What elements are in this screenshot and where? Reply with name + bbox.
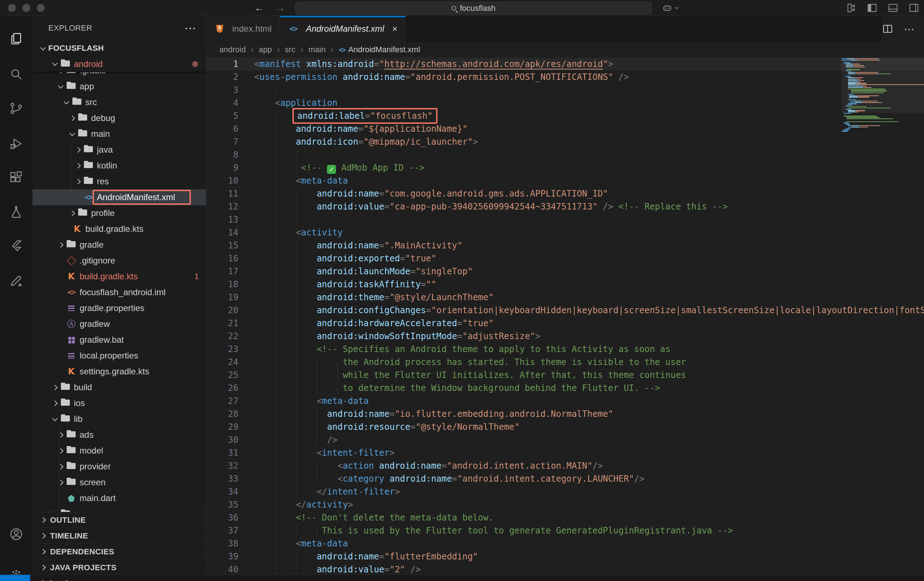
activity-item-extensions[interactable] xyxy=(0,163,32,192)
chevron-down-icon[interactable] xyxy=(50,418,60,420)
breadcrumb-item[interactable]: app xyxy=(259,45,272,54)
code-line[interactable]: 36 <!-- Don't delete the meta-data below… xyxy=(206,511,924,524)
tab-index.html[interactable]: index.html xyxy=(206,16,280,42)
chevron-down-icon[interactable] xyxy=(61,101,72,104)
tree-item-ios[interactable]: ios xyxy=(32,395,206,411)
activity-item-explorer[interactable] xyxy=(0,25,32,53)
tab-AndroidManifest.xml[interactable]: <>AndroidManifest.xml× xyxy=(280,16,406,42)
code-line[interactable]: 25 while the Flutter UI initializes. Aft… xyxy=(206,369,924,382)
back-arrow-icon[interactable]: ← xyxy=(254,0,264,16)
tree-item-settings.gradle.kts[interactable]: Ksettings.gradle.kts xyxy=(32,364,206,379)
tree-item-android[interactable]: android xyxy=(32,56,206,72)
tree-item-screen[interactable]: screen xyxy=(32,474,206,490)
tree-item-src[interactable]: src xyxy=(32,94,206,110)
code-line[interactable]: 14 <activity xyxy=(206,226,924,239)
code-line[interactable]: 39 android:name="flutterEmbedding" xyxy=(206,550,924,563)
tree-item-focusflash_android.iml[interactable]: <>focusflash_android.iml xyxy=(32,285,206,300)
chevron-down-icon[interactable] xyxy=(38,47,48,50)
remote-indicator[interactable]: >< xyxy=(0,575,30,581)
tree-item-build.gradle.kts[interactable]: Kbuild.gradle.kts1 xyxy=(32,268,206,285)
tree-item-.gradle[interactable]: .gradle xyxy=(32,72,206,79)
window-close-button[interactable] xyxy=(8,4,16,12)
activity-item-search[interactable] xyxy=(0,60,32,89)
command-center-search[interactable]: focusflash xyxy=(295,2,652,15)
code-line[interactable]: 37 This is used by the Flutter tool to g… xyxy=(206,524,924,537)
tree-item-gradlew.bat[interactable]: gradlew.bat xyxy=(32,332,206,348)
code-editor[interactable]: 1<manifest xmlns:android="http://schemas… xyxy=(206,58,924,574)
code-line[interactable]: 24 the Android process has started. This… xyxy=(206,356,924,369)
copilot-menu[interactable] xyxy=(662,2,679,14)
toggle-primary-sidebar-icon[interactable] xyxy=(866,2,878,14)
tree-item-app[interactable]: app xyxy=(32,79,206,94)
tree-item-kotlin[interactable]: kotlin xyxy=(32,158,206,173)
window-zoom-button[interactable] xyxy=(37,4,45,12)
code-line[interactable]: 18 android:taskAffinity="" xyxy=(206,278,924,291)
tree-item-lib[interactable]: lib xyxy=(32,411,206,427)
code-line[interactable]: 10 <meta-data xyxy=(206,174,924,187)
code-line[interactable]: 30 /> xyxy=(206,433,924,446)
chevron-right-icon[interactable] xyxy=(55,72,66,73)
code-line[interactable]: 34 </intent-filter> xyxy=(206,485,924,498)
code-line[interactable]: 5 android:label="focusflash" xyxy=(206,109,924,122)
code-line[interactable]: 12 android:value="ca-app-pub-39402560999… xyxy=(206,200,924,213)
tree-item-local.properties[interactable]: local.properties xyxy=(32,348,206,364)
tree-item-gradlew[interactable]: Ⓐgradlew xyxy=(32,316,206,332)
breadcrumb-item[interactable]: main xyxy=(308,45,325,54)
tree-item-build[interactable]: build xyxy=(32,379,206,395)
tree-item-gradle.properties[interactable]: gradle.properties xyxy=(32,300,206,316)
section-timeline[interactable]: TIMELINE xyxy=(32,528,206,543)
tree-item-model[interactable]: model xyxy=(32,443,206,459)
editor-more-actions-icon[interactable]: ⋯ xyxy=(904,23,915,35)
code-line[interactable]: 20 android:configChanges="orientation|ke… xyxy=(206,304,924,317)
code-line[interactable]: 4 <application xyxy=(206,97,924,109)
code-line[interactable]: 11 android:name="com.google.android.gms.… xyxy=(206,187,924,200)
tree-item-gradle[interactable]: gradle xyxy=(32,237,206,253)
tree-item-main[interactable]: main xyxy=(32,126,206,142)
chevron-right-icon[interactable] xyxy=(73,164,83,168)
code-line[interactable]: 32 <action android:name="android.intent.… xyxy=(206,459,924,472)
tree-item-profile[interactable]: profile xyxy=(32,205,206,221)
code-line[interactable]: 35 </activity> xyxy=(206,498,924,511)
tree-item-debug[interactable]: debug xyxy=(32,110,206,126)
chevron-right-icon[interactable] xyxy=(55,449,66,453)
tree-item-build.gradle.kts[interactable]: Kbuild.gradle.kts xyxy=(32,221,206,237)
code-line[interactable]: 2<uses-permission android:name="android.… xyxy=(206,71,924,84)
code-line[interactable]: 40 android:value="2" /> xyxy=(206,563,924,574)
tree-item-main.dart[interactable]: main.dart xyxy=(32,490,206,506)
tree-item-provider[interactable]: provider xyxy=(32,459,206,474)
chevron-right-icon[interactable] xyxy=(55,465,66,469)
chevron-down-icon[interactable] xyxy=(67,133,78,135)
breadcrumb-item[interactable]: src xyxy=(285,45,295,54)
forward-arrow-icon[interactable]: → xyxy=(275,0,285,16)
tree-item-AndroidManifest.xml[interactable]: <>AndroidManifest.xml xyxy=(32,189,206,205)
code-line[interactable]: 31 <intent-filter> xyxy=(206,446,924,459)
tree-item-java[interactable]: java xyxy=(32,142,206,158)
problems-status[interactable]: ⊘ 0 △ 0 xyxy=(40,578,69,581)
code-line[interactable]: 7 android:icon="@mipmap/ic_launcher"> xyxy=(206,135,924,148)
window-minimize-button[interactable] xyxy=(22,4,30,12)
activity-item-flutter[interactable] xyxy=(0,232,32,261)
split-editor-icon[interactable] xyxy=(881,23,894,35)
chevron-down-icon[interactable] xyxy=(55,85,66,88)
tree-item-.gitignore[interactable]: .gitignore xyxy=(32,253,206,268)
chevron-right-icon[interactable] xyxy=(55,481,66,484)
code-line[interactable]: 17 android:launchMode="singleTop" xyxy=(206,265,924,278)
chevron-right-icon[interactable] xyxy=(55,433,66,437)
activity-item-account[interactable] xyxy=(0,520,32,549)
customize-layout-icon[interactable] xyxy=(845,2,857,14)
code-line[interactable]: 29 android:resource="@style/NormalTheme" xyxy=(206,420,924,433)
activity-item-testing[interactable] xyxy=(0,198,32,226)
activity-item-source-control[interactable] xyxy=(0,94,32,123)
chevron-right-icon[interactable] xyxy=(55,243,66,247)
chevron-right-icon[interactable] xyxy=(67,116,78,120)
code-line[interactable]: 9 <!-- ✓ AdMob App ID --> xyxy=(206,161,924,174)
code-line[interactable]: 13 xyxy=(206,213,924,226)
section-java-projects[interactable]: JAVA PROJECTS xyxy=(32,560,206,574)
activity-item-run-debug[interactable] xyxy=(0,129,32,158)
tree-item-FOCUSFLASH[interactable]: FOCUSFLASH xyxy=(32,40,206,56)
code-line[interactable]: 26 to determine the Window background be… xyxy=(206,382,924,395)
code-line[interactable]: 8 xyxy=(206,148,924,161)
tree-item-res[interactable]: res xyxy=(32,173,206,189)
chevron-right-icon[interactable] xyxy=(50,385,60,390)
section-outline[interactable]: OUTLINE xyxy=(32,512,206,528)
